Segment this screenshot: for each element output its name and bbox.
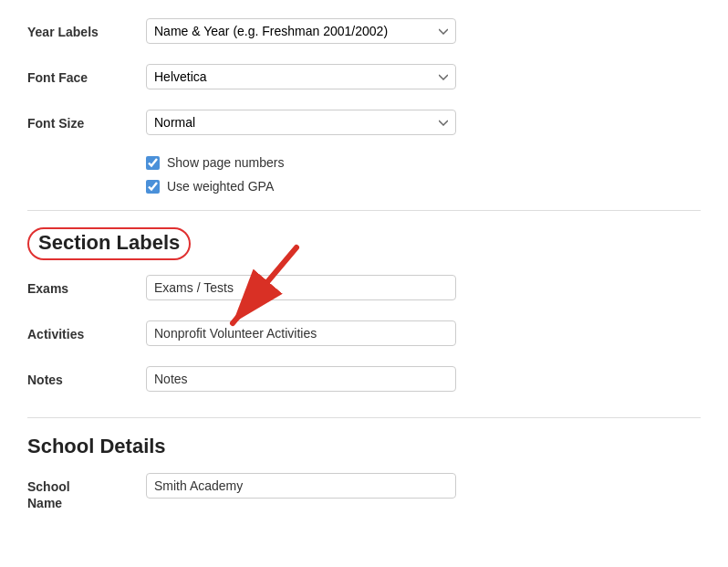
font-size-row: Font Size NormalSmallLarge [27, 110, 701, 139]
year-labels-select[interactable]: Name & Year (e.g. Freshman 2001/2002)Yea… [146, 18, 456, 44]
exams-label: Exams [27, 275, 146, 297]
show-page-numbers-row: Show page numbers [146, 155, 701, 170]
section-labels-heading: Section Labels [27, 227, 191, 260]
notes-row: Notes [27, 366, 701, 395]
school-name-control [146, 473, 456, 499]
activities-input[interactable] [146, 320, 456, 346]
font-size-label: Font Size [27, 110, 146, 131]
year-labels-label: Year Labels [27, 18, 146, 40]
font-face-label: Font Face [27, 64, 146, 86]
school-details-block: School Details School Name [27, 435, 701, 515]
notes-control [146, 366, 456, 392]
section-labels-heading-wrapper: Section Labels [27, 227, 191, 260]
use-weighted-gpa-checkbox[interactable] [146, 180, 160, 194]
exams-control [146, 275, 456, 300]
font-face-row: Font Face HelveticaArialTimes New RomanG… [27, 64, 701, 93]
school-name-input[interactable] [146, 473, 456, 499]
school-details-heading: School Details [27, 435, 701, 458]
font-face-select[interactable]: HelveticaArialTimes New RomanGeorgia [146, 64, 456, 89]
exams-input[interactable] [146, 275, 456, 300]
school-name-label: School Name [27, 473, 146, 511]
show-page-numbers-checkbox[interactable] [146, 156, 160, 170]
section-labels-block: Section Labels Exams Activities [27, 227, 701, 395]
divider-1 [27, 210, 701, 211]
divider-2 [27, 417, 701, 418]
school-name-row: School Name [27, 473, 701, 515]
use-weighted-gpa-row: Use weighted GPA [146, 179, 701, 194]
font-size-control: NormalSmallLarge [146, 110, 456, 135]
font-face-control: HelveticaArialTimes New RomanGeorgia [146, 64, 456, 89]
notes-input[interactable] [146, 366, 456, 392]
show-page-numbers-label[interactable]: Show page numbers [167, 155, 284, 170]
use-weighted-gpa-label[interactable]: Use weighted GPA [167, 179, 274, 194]
activities-control [146, 320, 456, 346]
font-size-select[interactable]: NormalSmallLarge [146, 110, 456, 135]
notes-label: Notes [27, 366, 146, 388]
year-labels-row: Year Labels Name & Year (e.g. Freshman 2… [27, 18, 701, 47]
activities-label: Activities [27, 320, 146, 342]
exams-row: Exams [27, 275, 701, 304]
activities-row: Activities [27, 320, 701, 350]
year-labels-control: Name & Year (e.g. Freshman 2001/2002)Yea… [146, 18, 456, 44]
